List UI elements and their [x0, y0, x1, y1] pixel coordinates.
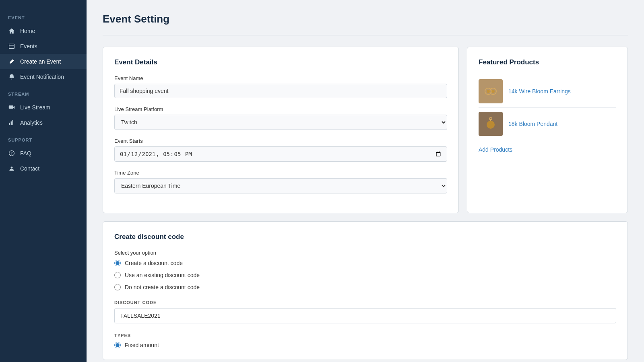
products-list: 14k Wire Bloom Earrings18k Bloom Pendant: [479, 75, 616, 140]
discount-options: Create a discount codeUse an existing di…: [114, 260, 616, 290]
discount-radio-create[interactable]: [114, 260, 121, 266]
svg-text:?: ?: [11, 151, 13, 155]
contact-icon: [8, 165, 15, 172]
type-option-fixed[interactable]: Fixed amount: [114, 342, 616, 348]
faq-icon: ?: [8, 150, 15, 157]
discount-radio-none[interactable]: [114, 284, 121, 290]
svg-rect-2: [9, 123, 10, 125]
sidebar-section-stream: STREAM: [0, 84, 87, 100]
type-options: Fixed amount: [114, 342, 616, 348]
discount-radio-existing[interactable]: [114, 272, 121, 278]
discount-code-title: Create discount code: [114, 233, 616, 241]
main-content: Event Setting Event Details Event Name L…: [87, 0, 644, 362]
svg-rect-1: [9, 105, 13, 109]
featured-products-card: Featured Products 14k Wire Bloom Earring…: [467, 47, 628, 213]
product-thumb-p1: [479, 79, 503, 103]
live-stream-platform-select[interactable]: TwitchYouTubeFacebook LiveInstagram: [114, 115, 447, 130]
sidebar-item-label-faq: FAQ: [20, 150, 31, 156]
discount-code-card: Create discount code Select your option …: [103, 221, 628, 360]
discount-option-label-create: Create a discount code: [125, 260, 183, 266]
content-grid: Event Details Event Name Live Stream Pla…: [103, 47, 628, 213]
sidebar-item-home[interactable]: Home: [0, 23, 87, 39]
discount-option-label-existing: Use an existing discount code: [125, 272, 200, 278]
type-option-label-fixed: Fixed amount: [125, 342, 159, 348]
select-option-label: Select your option: [114, 250, 616, 256]
svg-point-7: [11, 167, 13, 169]
divider: [103, 35, 628, 35]
home-icon: [8, 27, 15, 35]
sidebar-item-live-stream[interactable]: Live Stream: [0, 100, 87, 115]
sidebar-item-contact[interactable]: Contact: [0, 161, 87, 176]
types-section: TYPES Fixed amount: [114, 333, 616, 348]
live-stream-icon: [8, 104, 15, 111]
sidebar-item-label-create-an-event: Create an Event: [20, 58, 61, 65]
svg-point-10: [487, 90, 490, 93]
event-name-group: Event Name: [114, 75, 447, 98]
event-starts-group: Event Starts: [114, 138, 447, 162]
svg-rect-4: [12, 120, 13, 125]
sidebar-item-analytics[interactable]: Analytics: [0, 115, 87, 130]
event-starts-label: Event Starts: [114, 138, 447, 144]
sidebar-section-support: SUPPORT: [0, 130, 87, 146]
svg-rect-3: [11, 121, 12, 125]
analytics-icon: [8, 119, 15, 126]
event-starts-input[interactable]: [114, 146, 447, 162]
sidebar-item-faq[interactable]: ?FAQ: [0, 146, 87, 161]
discount-option-create[interactable]: Create a discount code: [114, 260, 616, 266]
discount-option-label-none: Do not create a discount code: [125, 284, 200, 290]
sidebar-item-label-analytics: Analytics: [20, 119, 43, 126]
page-title: Event Setting: [103, 13, 628, 25]
sidebar-item-label-live-stream: Live Stream: [20, 104, 50, 111]
events-icon: [8, 43, 15, 50]
svg-point-12: [487, 121, 495, 129]
sidebar-item-events[interactable]: Events: [0, 39, 87, 54]
product-item-p1: 14k Wire Bloom Earrings: [479, 75, 616, 108]
add-products-link[interactable]: Add Products: [479, 146, 512, 153]
sidebar-item-label-event-notification: Event Notification: [20, 74, 64, 80]
time-zone-group: Time Zone Eastern European TimeEastern S…: [114, 170, 447, 193]
product-name-p2[interactable]: 18k Bloom Pendant: [508, 121, 557, 127]
live-stream-platform-group: Live Stream Platform TwitchYouTubeFacebo…: [114, 106, 447, 130]
event-name-label: Event Name: [114, 75, 447, 81]
product-thumb-p2: [479, 112, 503, 136]
sidebar-item-label-home: Home: [20, 28, 35, 34]
create-icon: [8, 58, 15, 65]
type-radio-fixed[interactable]: [114, 342, 121, 348]
sidebar-item-label-events: Events: [20, 43, 37, 49]
discount-option-none[interactable]: Do not create a discount code: [114, 284, 616, 290]
event-details-title: Event Details: [114, 58, 447, 66]
types-label: TYPES: [114, 333, 616, 338]
sidebar-item-event-notification[interactable]: Event Notification: [0, 69, 87, 84]
sidebar-item-create-an-event[interactable]: Create an Event: [0, 54, 87, 69]
featured-products-title: Featured Products: [479, 58, 616, 66]
svg-rect-0: [9, 44, 14, 48]
event-name-input[interactable]: [114, 84, 447, 98]
sidebar-section-event: EVENT: [0, 8, 87, 23]
product-name-p1[interactable]: 14k Wire Bloom Earrings: [508, 88, 571, 95]
discount-code-section: DISCOUNT CODE: [114, 300, 616, 323]
notification-icon: [8, 73, 15, 80]
event-details-card: Event Details Event Name Live Stream Pla…: [103, 47, 459, 213]
discount-option-existing[interactable]: Use an existing discount code: [114, 272, 616, 278]
product-item-p2: 18k Bloom Pendant: [479, 108, 616, 140]
discount-code-label: DISCOUNT CODE: [114, 300, 616, 305]
live-stream-platform-label: Live Stream Platform: [114, 106, 447, 112]
svg-point-11: [491, 90, 495, 93]
discount-code-input[interactable]: [114, 308, 616, 323]
time-zone-select[interactable]: Eastern European TimeEastern Standard Ti…: [114, 178, 447, 193]
time-zone-label: Time Zone: [114, 170, 447, 176]
sidebar: EVENTHomeEventsCreate an EventEvent Noti…: [0, 0, 87, 362]
sidebar-item-label-contact: Contact: [20, 165, 39, 172]
